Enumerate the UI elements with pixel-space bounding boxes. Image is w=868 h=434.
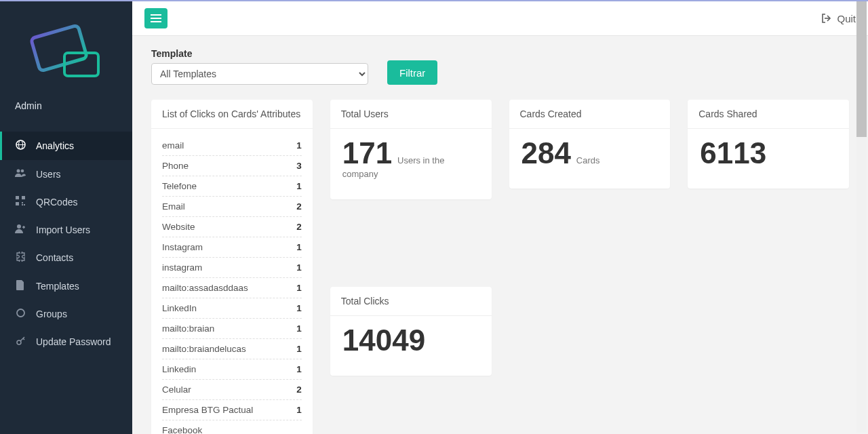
total-users-value: 171 (342, 138, 392, 168)
sidebar-item-label: Groups (36, 309, 67, 319)
clicks-row-name: Telefone (162, 181, 197, 191)
sign-out-icon (821, 14, 831, 23)
clicks-row: Telefone1 (162, 176, 302, 197)
clicks-row-name: LinkedIn (162, 303, 197, 313)
clicks-row-count: 1 (296, 283, 302, 293)
qrcode-icon (15, 196, 26, 208)
sidebar-item-label: Analytics (36, 140, 74, 151)
vertical-scrollbar[interactable] (856, 1, 867, 433)
clicks-row-count: 1 (296, 262, 302, 273)
clicks-row: email1 (162, 136, 302, 156)
clicks-row-name: Instagram (162, 242, 203, 252)
clicks-row: Phone3 (162, 156, 302, 176)
clicks-row-count: 1 (296, 344, 302, 354)
svg-rect-18 (151, 21, 161, 22)
sidebar: Admin AnalyticsUsersQRCodesImport UsersC… (0, 1, 132, 434)
sidebar-item-import-users[interactable]: Import Users (0, 216, 132, 243)
clicks-row: LinkedIn1 (162, 298, 302, 319)
clicks-row: Empresa BTG Pactual1 (162, 400, 302, 420)
sidebar-item-label: Import Users (36, 224, 90, 235)
clicks-row: Email2 (162, 197, 302, 217)
clicks-row-count: 1 (296, 405, 302, 415)
quit-label: Quit (837, 13, 856, 24)
clicks-row-name: mailto:braian (162, 323, 214, 334)
admin-label: Admin (0, 91, 132, 132)
template-select[interactable]: All Templates (151, 63, 368, 85)
clicks-row-name: Celular (162, 384, 191, 395)
user-plus-icon (15, 224, 26, 235)
svg-rect-17 (151, 18, 161, 19)
svg-rect-16 (151, 14, 161, 16)
total-clicks-value: 14049 (342, 326, 425, 355)
menu-toggle-button[interactable] (144, 8, 167, 28)
file-icon (15, 280, 26, 292)
sidebar-item-update-password[interactable]: Update Password (0, 328, 132, 356)
sidebar-item-users[interactable]: Users (0, 160, 132, 188)
sidebar-item-qrcodes[interactable]: QRCodes (0, 188, 132, 216)
svg-rect-9 (16, 202, 19, 205)
scrollbar-thumb[interactable] (856, 1, 867, 137)
clicks-row-count: 3 (296, 161, 302, 171)
sidebar-item-templates[interactable]: Templates (0, 272, 132, 300)
stats-grid: List of Clicks on Cards' Attributes emai… (151, 100, 849, 434)
clicks-row: instagram1 (162, 258, 302, 278)
svg-rect-11 (24, 204, 25, 205)
clicks-row-count: 2 (296, 384, 302, 395)
clicks-row-name: Facebook (162, 425, 202, 434)
svg-rect-10 (22, 202, 23, 203)
clicks-row: Website2 (162, 217, 302, 237)
clicks-row: mailto:assadasddaas1 (162, 278, 302, 298)
topbar: Quit (132, 1, 868, 36)
clicks-row-count: 1 (296, 181, 302, 191)
sidebar-item-label: QRCodes (36, 197, 77, 208)
clicks-row: mailto:braian1 (162, 319, 302, 339)
clicks-row: Celular2 (162, 380, 302, 400)
cards-created-title: Cards Created (509, 100, 671, 129)
clicks-row-name: mailto:assadasddaas (162, 283, 248, 293)
filter-row: Template All Templates Filtrar (151, 48, 849, 85)
svg-point-5 (17, 170, 20, 173)
svg-rect-7 (16, 196, 19, 199)
clicks-row-name: Empresa BTG Pactual (162, 405, 253, 415)
svg-point-6 (21, 170, 24, 173)
sidebar-item-groups[interactable]: Groups (0, 300, 132, 328)
svg-rect-0 (31, 25, 87, 71)
cards-shared-title: Cards Shared (688, 100, 849, 129)
clicks-row-count: 1 (296, 323, 302, 334)
svg-point-14 (17, 309, 24, 317)
total-clicks-title: Total Clicks (330, 287, 492, 316)
clicks-row: Facebook (162, 420, 302, 434)
clicks-row-name: instagram (162, 262, 202, 273)
total-users-title: Total Users (330, 100, 492, 129)
hamburger-icon (151, 14, 161, 22)
clicks-row-name: email (162, 140, 184, 151)
clicks-row-name: Email (162, 201, 185, 212)
svg-point-13 (17, 224, 21, 229)
sidebar-item-contacts[interactable]: Contacts (0, 243, 132, 272)
svg-rect-8 (22, 196, 25, 199)
clicks-row-count: 2 (296, 201, 302, 212)
filter-button[interactable]: Filtrar (387, 60, 437, 85)
logo (0, 1, 132, 91)
clicks-list-card: List of Clicks on Cards' Attributes emai… (151, 100, 313, 434)
clicks-row-count: 1 (296, 242, 302, 252)
clicks-row-count: 1 (296, 303, 302, 313)
sidebar-item-label: Update Password (36, 336, 111, 347)
cards-created-value: 284 (521, 138, 571, 168)
cards-shared-value: 6113 (700, 138, 766, 168)
users-icon (15, 168, 26, 180)
sidebar-item-analytics[interactable]: Analytics (0, 132, 132, 160)
cards-shared-card: Cards Shared 6113 (688, 100, 849, 189)
sidebar-item-label: Users (36, 169, 61, 180)
template-label: Template (151, 48, 368, 59)
sidebar-item-label: Contacts (36, 252, 73, 263)
clicks-row-name: Phone (162, 161, 189, 171)
cards-created-sub: Cards (576, 155, 600, 165)
total-users-card: Total Users 171 Users in the company (330, 100, 492, 199)
key-icon (15, 336, 26, 348)
puzzle-icon (15, 252, 26, 264)
clicks-row: Instagram1 (162, 237, 302, 258)
content: Template All Templates Filtrar List of C… (132, 36, 868, 434)
clicks-row-name: Website (162, 222, 195, 232)
quit-link[interactable]: Quit (821, 13, 856, 24)
